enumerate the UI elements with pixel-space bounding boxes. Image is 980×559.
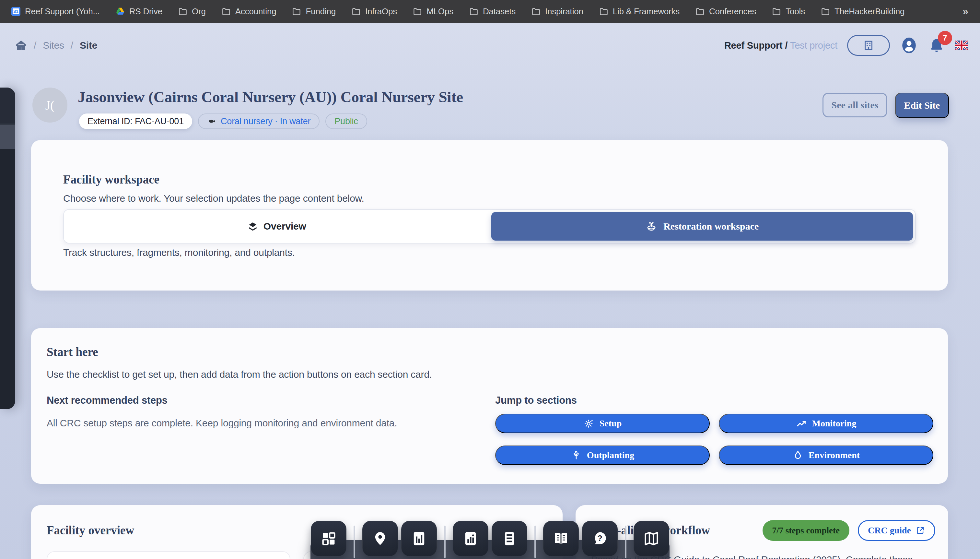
- org-name[interactable]: Reef Support /: [724, 40, 787, 51]
- bookmark-item[interactable]: Inspiration: [531, 7, 583, 17]
- crc-header-actions: 7/7 steps complete CRC guide: [762, 520, 935, 541]
- edit-site-button[interactable]: Edit Site: [895, 93, 949, 118]
- dock-button-open-book[interactable]: [543, 521, 579, 556]
- workspace-segmented-control: Overview Restoration workspace: [63, 209, 916, 243]
- organization-button[interactable]: [847, 35, 890, 56]
- dock-button-list-rows[interactable]: [492, 521, 527, 556]
- bookmark-item[interactable]: TheHackerBuilding: [820, 7, 904, 17]
- bookmark-item[interactable]: Conferences: [695, 7, 756, 17]
- bookmark-item[interactable]: MLOps: [412, 7, 454, 17]
- folder-icon: [412, 7, 422, 16]
- page-title: Jasonview (Cairns Coral Nursery (AU)) Co…: [78, 88, 791, 106]
- facility-overview-heading: Facility overview: [47, 523, 134, 537]
- breadcrumb-sites[interactable]: Sites: [43, 40, 64, 51]
- dock-button-help-bubble[interactable]: ?: [582, 521, 618, 556]
- jump-buttons: Setup Monitoring Outplanting Environment: [495, 414, 933, 465]
- crc-guide-button[interactable]: CRC guide: [858, 520, 935, 541]
- bookmark-label: Datasets: [483, 7, 516, 17]
- jump-button-monitoring[interactable]: Monitoring: [719, 414, 933, 433]
- bookmark-item[interactable]: Datasets: [469, 7, 516, 17]
- bookmark-item[interactable]: RS Drive: [115, 7, 162, 17]
- folder-icon: [772, 7, 781, 16]
- bookmark-item[interactable]: Accounting: [221, 7, 276, 17]
- dock-button-grid[interactable]: [311, 521, 346, 556]
- overview-segment[interactable]: Overview: [64, 210, 490, 243]
- sidebar-selected-item[interactable]: [0, 124, 15, 149]
- project-name[interactable]: Test project: [790, 40, 837, 51]
- breadcrumb-separator: /: [34, 40, 36, 51]
- breadcrumb: / Sites / Site: [15, 39, 97, 51]
- droplet-icon: [792, 450, 803, 461]
- uk-flag-icon[interactable]: [955, 41, 968, 50]
- bookmark-label: Accounting: [235, 7, 276, 17]
- dock-button-map-fold[interactable]: [634, 521, 669, 556]
- bookmark-item[interactable]: Funding: [292, 7, 336, 17]
- breadcrumb-separator: /: [71, 40, 73, 51]
- sidebar-top-section: [0, 88, 15, 124]
- external-link-icon: [916, 526, 925, 535]
- sprout-hand-icon: [645, 220, 658, 233]
- dock-button-bar-chart[interactable]: [401, 521, 437, 556]
- home-icon[interactable]: [15, 39, 27, 51]
- crc-guide-label: CRC guide: [868, 525, 911, 536]
- bookmarks-overflow-chevron-icon[interactable]: »: [962, 5, 969, 18]
- bookmark-item[interactable]: 31 Reef Support (Yoh...: [11, 7, 100, 17]
- list-rows-icon: [501, 530, 518, 547]
- folder-icon: [469, 7, 478, 16]
- dock-group: [362, 521, 437, 556]
- workspace-heading: Facility workspace: [63, 172, 160, 187]
- folder-icon: [178, 7, 188, 16]
- building-icon: [863, 40, 874, 51]
- jump-button-setup[interactable]: Setup: [495, 414, 710, 433]
- see-all-sites-button[interactable]: See all sites: [823, 93, 887, 117]
- bookmark-label: Funding: [305, 7, 336, 17]
- hero-actions: See all sites Edit Site: [823, 93, 949, 118]
- facility-workspace-card: Facility workspace Choose where to work.…: [31, 140, 948, 291]
- trend-line-icon: [796, 418, 807, 429]
- workspace-footnote: Track structures, fragments, monitoring,…: [63, 247, 295, 258]
- dock-buttons: ?: [311, 519, 669, 558]
- calendar-icon: 31: [11, 7, 21, 16]
- bookmark-item[interactable]: Tools: [772, 7, 805, 17]
- dock-button-map-pin[interactable]: [362, 521, 398, 556]
- chart-column-icon: [462, 530, 479, 547]
- external-id-badge: External ID: FAC-AU-001: [79, 114, 192, 129]
- bookmark-item[interactable]: Lib & Frameworks: [599, 7, 680, 17]
- restoration-workspace-segment[interactable]: Restoration workspace: [491, 212, 913, 241]
- jump-button-label: Outplanting: [587, 450, 634, 460]
- folder-icon: [292, 7, 301, 16]
- org-project-label: Reef Support / Test project: [724, 40, 837, 51]
- bookmarks-bar: 31 Reef Support (Yoh... RS Drive Org Acc…: [0, 0, 980, 23]
- workspace-description: Choose where to work. Your selection upd…: [63, 193, 364, 204]
- dock-group: [453, 521, 527, 556]
- collapsed-sidebar[interactable]: [0, 88, 15, 409]
- dock-button-chart-column[interactable]: [453, 521, 488, 556]
- bookmark-label: MLOps: [426, 7, 454, 17]
- dock-divider: [444, 526, 445, 558]
- bookmark-label: Tools: [785, 7, 805, 17]
- notifications-button[interactable]: 7: [928, 36, 945, 55]
- layers-icon: [247, 221, 258, 232]
- site-badges: External ID: FAC-AU-001 Coral nursery · …: [79, 114, 367, 129]
- dock-group: [311, 521, 346, 556]
- site-type-badge: Coral nursery · In water: [198, 114, 320, 129]
- bookmark-label: Org: [192, 7, 206, 17]
- gear-sparkle-icon: [583, 418, 594, 429]
- help-bubble-icon: ?: [591, 530, 608, 547]
- jump-button-outplanting[interactable]: Outplanting: [495, 445, 710, 465]
- bookmark-item[interactable]: InfraOps: [351, 7, 397, 17]
- start-here-card: Start here Use the checklist to get set …: [31, 328, 948, 484]
- folder-icon: [695, 7, 705, 16]
- start-heading: Start here: [47, 345, 98, 359]
- site-type-label: Coral nursery · In water: [221, 116, 310, 126]
- jump-button-label: Setup: [599, 418, 622, 428]
- folder-icon: [351, 7, 361, 16]
- restoration-segment-label: Restoration workspace: [663, 221, 759, 232]
- header-actions: Reef Support / Test project 7: [724, 35, 968, 56]
- bookmark-item[interactable]: Org: [178, 7, 206, 17]
- sprout-icon: [571, 450, 582, 461]
- dock-group: [634, 521, 669, 556]
- folder-icon: [599, 7, 609, 16]
- jump-button-environment[interactable]: Environment: [719, 445, 933, 465]
- user-avatar-icon[interactable]: [900, 36, 919, 55]
